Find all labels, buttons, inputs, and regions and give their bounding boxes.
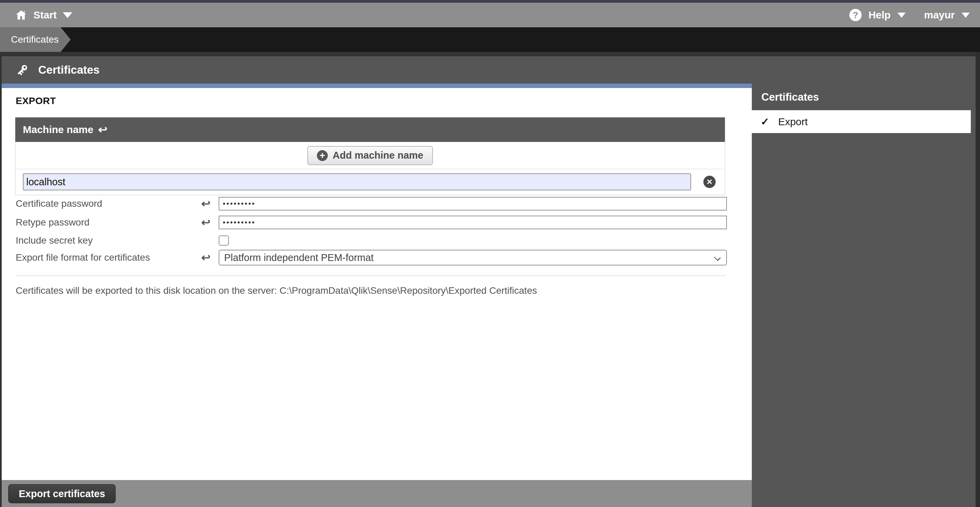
breadcrumb-tab-label: Certificates bbox=[11, 34, 59, 45]
right-sidebar: Certificates ✓ Export bbox=[752, 84, 975, 507]
export-certificates-button[interactable]: Export certificates bbox=[8, 484, 116, 503]
sidebar-item-export[interactable]: ✓ Export bbox=[752, 110, 971, 133]
key-icon bbox=[15, 63, 29, 77]
user-caret-icon[interactable] bbox=[962, 13, 970, 18]
plus-icon: + bbox=[317, 150, 328, 161]
export-file-format-label: Export file format for certificates bbox=[16, 252, 201, 263]
home-icon bbox=[15, 9, 27, 21]
reset-default-icon[interactable]: ↩ bbox=[98, 124, 107, 135]
machine-name-header-label: Machine name bbox=[23, 124, 94, 136]
machine-name-input-row: × bbox=[15, 169, 725, 195]
start-label: Start bbox=[33, 9, 57, 21]
include-secret-key-row: Include secret key bbox=[16, 234, 727, 247]
breadcrumb-tab-certificates[interactable]: Certificates bbox=[0, 27, 71, 52]
reset-default-icon[interactable]: ↩ bbox=[201, 216, 210, 229]
machine-name-input[interactable] bbox=[23, 173, 691, 190]
help-label[interactable]: Help bbox=[869, 9, 891, 21]
export-section-title: EXPORT bbox=[16, 96, 56, 107]
add-machine-name-label: Add machine name bbox=[332, 150, 423, 161]
window-top-strip bbox=[0, 0, 980, 3]
help-icon: ? bbox=[850, 9, 862, 21]
retype-password-input[interactable] bbox=[219, 216, 727, 229]
page-title: Certificates bbox=[38, 64, 100, 77]
certificate-password-row: Certificate password ↩ bbox=[16, 196, 727, 211]
reset-default-icon[interactable]: ↩ bbox=[201, 252, 210, 264]
include-secret-key-label: Include secret key bbox=[16, 235, 201, 246]
certificate-password-input[interactable] bbox=[219, 197, 727, 210]
export-location-note: Certificates will be exported to this di… bbox=[16, 285, 537, 296]
sidebar-item-export-label: Export bbox=[778, 116, 808, 128]
window-left-edge bbox=[0, 52, 2, 507]
reset-default-icon[interactable]: ↩ bbox=[201, 198, 210, 210]
add-machine-name-button[interactable]: + Add machine name bbox=[307, 146, 433, 165]
delete-machine-icon[interactable]: × bbox=[703, 176, 716, 188]
retype-password-label: Retype password bbox=[16, 217, 201, 228]
start-menu[interactable]: Start bbox=[0, 9, 72, 21]
export-file-format-row: Export file format for certificates ↩ Pl… bbox=[16, 249, 727, 266]
export-file-format-value: Platform independent PEM-format bbox=[224, 252, 374, 263]
certificate-password-label: Certificate password bbox=[16, 198, 201, 209]
breadcrumb-divider-strip bbox=[0, 52, 980, 56]
start-caret-icon[interactable] bbox=[63, 12, 72, 18]
topbar-right-group: ? Help mayur bbox=[850, 9, 980, 21]
retype-password-row: Retype password ↩ bbox=[16, 215, 727, 230]
section-divider bbox=[16, 275, 725, 276]
chevron-down-icon bbox=[714, 254, 721, 261]
include-secret-key-checkbox[interactable] bbox=[219, 235, 229, 246]
breadcrumb-bar: Certificates bbox=[0, 27, 980, 52]
user-menu-label[interactable]: mayur bbox=[924, 9, 955, 21]
sidebar-title: Certificates bbox=[761, 91, 819, 104]
add-machine-row: + Add machine name bbox=[15, 142, 725, 169]
top-navigation-bar: Start ? Help mayur bbox=[0, 3, 980, 27]
header-accent-bar bbox=[0, 84, 752, 88]
page-header: Certificates bbox=[0, 56, 980, 84]
machine-name-table: Machine name ↩ + Add machine name × bbox=[15, 117, 725, 195]
export-file-format-select[interactable]: Platform independent PEM-format bbox=[219, 250, 727, 265]
main-content: EXPORT Machine name ↩ + Add machine name… bbox=[2, 88, 752, 480]
window-right-edge[interactable] bbox=[975, 52, 980, 507]
help-caret-icon[interactable] bbox=[897, 13, 906, 18]
check-icon: ✓ bbox=[760, 116, 769, 128]
machine-name-table-header: Machine name ↩ bbox=[15, 117, 725, 142]
qmc-certificates-page: Start ? Help mayur Certificates C bbox=[0, 0, 980, 507]
bottom-action-bar: Export certificates bbox=[2, 480, 752, 507]
